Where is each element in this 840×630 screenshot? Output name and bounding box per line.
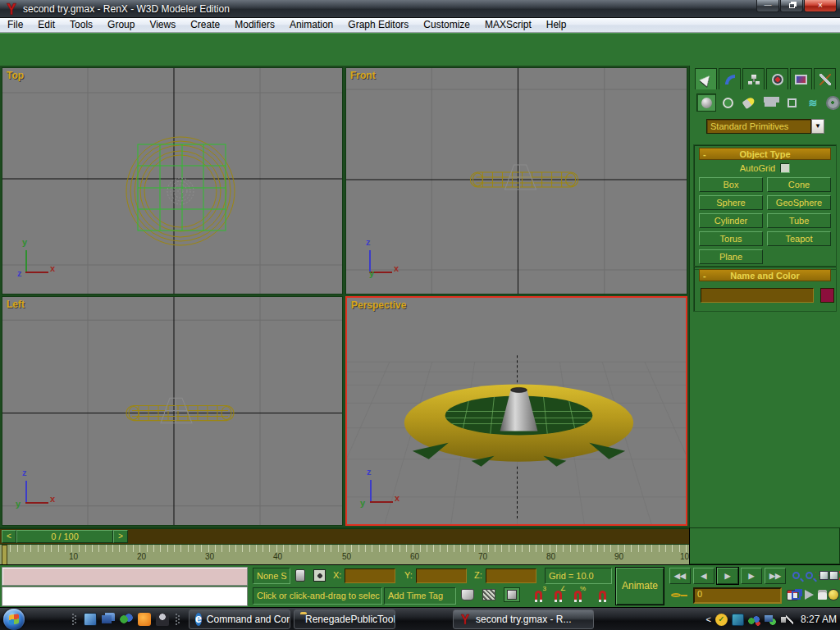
viewport-front-canvas[interactable] [346,68,687,294]
go-to-start-button[interactable]: ◀◀ [669,568,691,584]
play-button[interactable]: ▶ [717,568,738,584]
media-player-icon[interactable] [138,613,151,626]
box-button[interactable]: Box [699,177,763,192]
subtab-geometry[interactable] [696,94,716,112]
isolate-cube-icon[interactable] [461,589,474,600]
tube-button[interactable]: Tube [767,213,831,228]
set-key-button[interactable] [669,588,682,601]
time-slider-next-button[interactable]: > [113,530,128,543]
tab-motion[interactable] [766,68,788,89]
go-to-end-button[interactable]: ▶▶ [765,568,786,584]
maxscript-listener-input[interactable] [2,587,248,606]
viewport-left-label[interactable]: Left [7,299,25,310]
tab-hierarchy[interactable] [742,68,765,89]
subtab-helpers[interactable] [782,94,801,112]
z-coord-field[interactable] [486,568,536,583]
menu-tools[interactable]: Tools [62,18,100,32]
viewport-perspective-canvas[interactable] [347,298,686,524]
maxscript-listener-macro[interactable] [2,567,248,586]
plane-wireframe-selected[interactable] [138,144,226,231]
zoom-button[interactable] [789,568,802,582]
plane-button[interactable]: Plane [699,249,763,264]
selection-brackets-icon[interactable] [482,589,495,600]
taskbar-clock[interactable]: 8:27 AM [801,614,837,625]
viewport-left[interactable]: Left z y x [2,296,343,526]
viewport-top-canvas[interactable] [2,68,342,294]
restore-button[interactable] [780,0,803,12]
minimize-button[interactable]: — [756,0,779,12]
menu-animation[interactable]: Animation [282,18,340,32]
rollout-object-type-header[interactable]: - Object Type [699,148,831,160]
tab-create[interactable] [695,68,717,89]
teapot-button[interactable]: Teapot [767,231,831,246]
cone-wireframe-side[interactable] [504,165,536,189]
menu-graph-editors[interactable]: Graph Editors [340,18,416,32]
tray-expand-arrow[interactable]: < [706,614,711,624]
selection-lock-icon[interactable] [295,569,305,582]
field-of-view-button[interactable] [802,588,815,601]
menu-file[interactable]: File [0,18,30,32]
menu-modifiers[interactable]: Modifiers [227,18,282,32]
app-tray-icon[interactable] [732,614,744,626]
close-button[interactable]: × [804,0,837,12]
object-color-swatch[interactable] [820,288,834,303]
object-name-field[interactable] [701,288,814,303]
spinner-snap-button[interactable] [596,588,609,601]
menu-help[interactable]: Help [539,18,574,32]
torus-button[interactable]: Torus [699,231,763,246]
tab-modify[interactable] [719,68,741,89]
task-renegade-public-tools[interactable]: RenegadePublicTools [294,609,395,629]
start-button[interactable] [3,609,25,630]
viewport-front[interactable]: Front z y x [345,67,687,294]
degradation-override-button[interactable] [504,587,520,602]
network-tray-icon[interactable] [765,614,777,626]
object-category-arrow[interactable]: ▼ [811,119,824,134]
menu-create[interactable]: Create [183,18,227,32]
viewport-perspective[interactable]: Perspective z y x [345,296,687,526]
time-slider-handle[interactable]: 0 / 100 [16,530,113,543]
task-second-try-gmax[interactable]: second try.gmax - R... [453,609,594,629]
rollout-name-color-header[interactable]: - Name and Color [699,269,831,281]
viewport-top-label[interactable]: Top [7,70,24,81]
previous-frame-button[interactable]: ◀ [693,568,714,584]
volume-tray-icon[interactable] [781,614,793,626]
add-time-tag[interactable]: Add Time Tag [384,587,456,605]
tab-display[interactable] [790,68,812,89]
percent-snap-button[interactable]: % [571,588,584,601]
viewport-front-label[interactable]: Front [350,70,376,81]
geosphere-button[interactable]: GeoSphere [767,195,831,210]
cylinder-button[interactable]: Cylinder [699,213,763,228]
viewport-perspective-label[interactable]: Perspective [351,299,406,311]
menu-maxscript[interactable]: MAXScript [477,18,539,32]
messenger-offline-tray-icon[interactable] [748,614,760,626]
torus-wireframe[interactable] [126,137,235,245]
track-bar[interactable]: 10 20 30 40 50 60 70 80 90 10 [0,544,689,564]
cone-wireframe-side[interactable] [161,398,192,422]
user-app-icon[interactable] [156,613,169,626]
absolute-mode-icon[interactable] [313,569,326,582]
switch-windows-icon[interactable] [102,613,115,626]
min-max-toggle-button[interactable] [789,588,802,601]
subtab-systems[interactable] [823,94,840,112]
sphere-button[interactable]: Sphere [699,195,763,210]
subtab-lights[interactable] [739,94,759,112]
time-slider-prev-button[interactable]: < [2,530,16,543]
x-coord-field[interactable] [345,568,395,583]
subtab-shapes[interactable] [718,94,737,112]
messenger-icon[interactable] [120,613,133,626]
cone-wireframe[interactable] [167,178,194,204]
update-tray-icon[interactable]: ✓ [715,614,728,626]
y-coord-field[interactable] [416,568,467,583]
snaps-toggle-button[interactable]: 3 [532,588,545,601]
tab-utilities[interactable] [814,68,836,89]
viewport-left-canvas[interactable] [2,297,342,525]
show-desktop-icon[interactable] [84,613,97,626]
task-command-and-conquer[interactable]: e Command and Con... [189,609,290,629]
arc-rotate-button[interactable] [827,588,840,601]
viewport-top[interactable]: Top y z x [2,67,343,294]
menu-edit[interactable]: Edit [30,18,62,32]
zoom-extents-all-button[interactable] [827,568,840,582]
menu-customize[interactable]: Customize [416,18,477,32]
angle-snap-button[interactable]: ∠ [551,588,564,601]
cone-button[interactable]: Cone [767,177,831,192]
